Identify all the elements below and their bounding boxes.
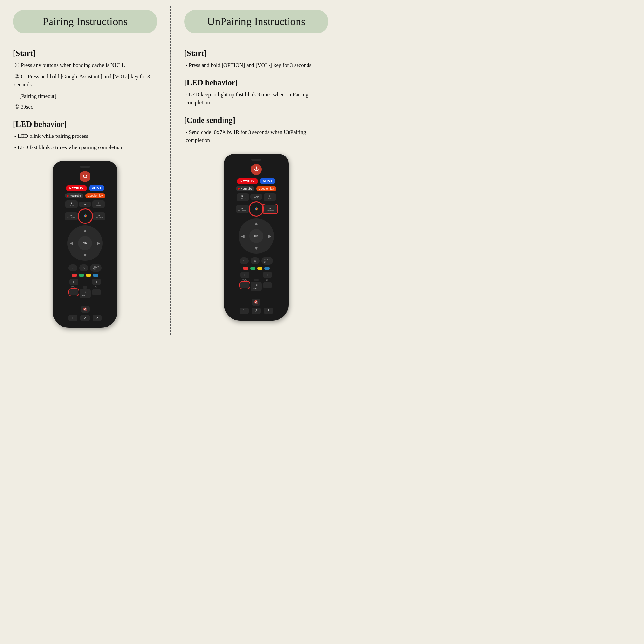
svg-point-5	[254, 206, 259, 212]
format-button: ▣FORMAT	[65, 200, 78, 208]
ch-minus-button-r: −	[263, 282, 272, 288]
unpairing-code-1: - Send code: 0x7A by IR for 3 seconds wh…	[184, 128, 329, 144]
pairing-header: Pairing Instructions	[13, 10, 157, 33]
pairing-title: Pairing Instructions	[26, 15, 145, 28]
color-buttons-r	[243, 267, 270, 270]
vol-label: VOL	[71, 286, 76, 289]
num-row-r: 1 2 3	[240, 308, 273, 314]
power-button-r: ⏻	[251, 164, 262, 175]
left-column: Pairing Instructions [Start] ① Press any…	[0, 0, 170, 341]
input-button: ⇥INPUT	[80, 289, 91, 298]
vol-ch-row-r: + VOL − ⇥INPUT 🔇 + CH −	[227, 272, 285, 306]
function-row-2-r: ☰TV GUIDE ☰OPTIONS	[227, 203, 285, 215]
dpad-up-r: ▲	[254, 221, 259, 226]
num-3-button-r: 3	[264, 308, 273, 314]
function-row-2: ☰TV GUIDE ☰OPTIONS	[56, 210, 114, 222]
num-2-button: 2	[81, 315, 90, 321]
info-button-r: ℹINFO	[264, 193, 276, 201]
unpairing-start-label: [Start]	[184, 49, 207, 58]
page: Pairing Instructions [Start] ① Press any…	[0, 0, 341, 341]
num-row: 1 2 3	[68, 315, 102, 321]
power-button: ⏻	[80, 171, 90, 182]
dpad: ▲ ▼ ◀ ▶ OK	[67, 225, 103, 261]
yellow-button-r	[257, 267, 262, 270]
info-button: ℹINFO	[92, 200, 105, 208]
unpairing-remote-container: ⏻ NETFLIX VUDU ▶YouTube Google Play ▣FOR…	[184, 154, 329, 321]
dpad-outer: ▲ ▼ ◀ ▶ OK	[67, 225, 103, 261]
color-buttons	[72, 274, 98, 277]
svg-point-0	[83, 213, 88, 219]
pairing-remote: ⏻ NETFLIX VUDU ▶YouTube Google Play ▣FOR…	[53, 161, 117, 328]
green-button-r	[250, 267, 255, 270]
home-button-r: ⌂	[251, 257, 260, 264]
google-play-button: Google Play	[85, 193, 105, 198]
green-button	[79, 274, 84, 277]
vol-minus-button: −	[69, 289, 78, 295]
dpad-down-arrow: ▼	[83, 253, 87, 258]
vol-ch-row: + VOL − ⇥INPUT 🔇 + CH −	[56, 279, 114, 313]
vol-plus-button: +	[69, 279, 78, 285]
prev-ch-button-r: PREV.CH	[261, 257, 273, 265]
vol-plus-button-r: +	[240, 272, 249, 278]
pairing-led-2: - LED fast blink 5 times when pairing co…	[13, 143, 122, 151]
app-row-1: NETFLIX VUDU	[66, 185, 104, 191]
ch-group-r: + CH −	[263, 272, 272, 288]
ch-group: + CH −	[92, 279, 101, 295]
num-1-button-r: 1	[240, 308, 249, 314]
mute-icon-button-r: 🔇	[252, 299, 260, 306]
unpairing-led-label: [LED behavior]	[184, 78, 238, 87]
dpad-left-arrow: ◀	[70, 241, 73, 246]
num-3-button: 3	[93, 315, 102, 321]
mute-button	[83, 286, 87, 289]
options-button-r: ☰OPTIONS	[264, 205, 277, 213]
function-row: ▣FORMAT SAP ℹINFO	[56, 200, 114, 208]
sap-button-r: SAP	[250, 194, 262, 200]
unpairing-header: UnPairing Instructions	[184, 10, 329, 33]
pairing-timeout-value: ① 30sec	[13, 103, 33, 111]
pairing-led-1: - LED blink while pairing process	[13, 132, 88, 140]
mute-icon-button: 🔇	[81, 306, 90, 313]
yellow-button	[86, 274, 91, 277]
back-button-r: ←	[240, 257, 249, 264]
dpad-left-r: ◀	[241, 233, 245, 239]
netflix-button-r: NETFLIX	[237, 178, 258, 184]
vol-minus-button-r: −	[240, 282, 249, 288]
format-button-r: ▣FORMAT	[237, 193, 249, 201]
unpairing-led-1: - LED keep to light up fast blink 9 tmes…	[184, 90, 329, 107]
unpairing-title: UnPairing Instructions	[197, 15, 316, 28]
dpad-r: ▲ ▼ ◀ ▶ OK	[239, 218, 274, 254]
svg-point-8	[256, 209, 257, 210]
tvguide-button-r: ☰TV GUIDE	[236, 205, 249, 213]
youtube-button-r: ▶YouTube	[236, 186, 254, 191]
sap-button: SAP	[79, 202, 91, 207]
ok-button: OK	[78, 236, 92, 250]
youtube-icon-r: ▶	[238, 187, 240, 190]
google-assistant-button-r	[250, 203, 262, 215]
unpairing-remote: ⏻ NETFLIX VUDU ▶YouTube Google Play ▣FOR…	[224, 154, 289, 321]
back-button: ←	[68, 264, 77, 271]
ch-plus-button-r: +	[263, 272, 272, 278]
google-assistant-icon-r	[253, 206, 260, 212]
youtube-icon: ▶	[67, 194, 69, 197]
svg-point-9	[256, 207, 257, 208]
pairing-start-label: [Start]	[13, 49, 35, 58]
dpad-right-arrow: ▶	[97, 241, 100, 246]
vudu-button: VUDU	[89, 185, 104, 191]
function-row-r: ▣FORMAT SAP ℹINFO	[227, 193, 285, 201]
pairing-remote-container: ⏻ NETFLIX VUDU ▶YouTube Google Play ▣FOR…	[13, 161, 157, 328]
mute-button-r	[254, 279, 259, 281]
input-group: ⇥INPUT 🔇	[80, 279, 91, 313]
app-row-1-r: NETFLIX VUDU	[237, 178, 275, 184]
options-button: ☰OPTIONS	[93, 212, 106, 220]
nav-row-r: ← ⌂ PREV.CH	[240, 257, 273, 265]
netflix-button: NETFLIX	[66, 185, 87, 191]
right-column: UnPairing Instructions [Start] - Press a…	[171, 0, 342, 341]
google-assistant-icon	[82, 213, 89, 219]
unpairing-code-label: [Code sending]	[184, 116, 235, 125]
remote-sensor-r	[251, 159, 261, 161]
svg-point-4	[85, 214, 86, 215]
pairing-led-label: [LED behavior]	[13, 120, 67, 129]
svg-point-3	[85, 216, 86, 217]
vol-group: + VOL −	[69, 279, 78, 295]
ch-minus-button: −	[92, 289, 101, 295]
